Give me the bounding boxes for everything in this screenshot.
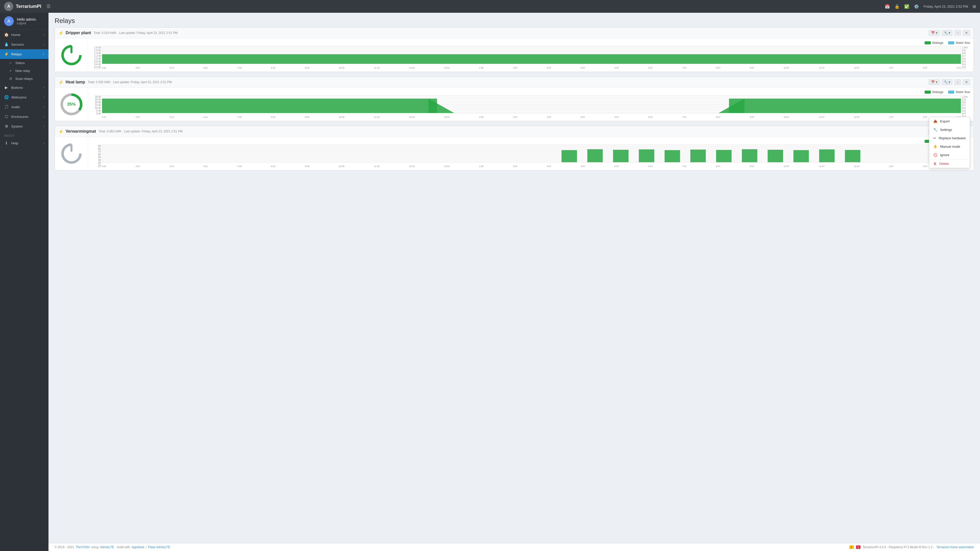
status-label: Status [15,61,25,65]
sensors-arrow: › [43,43,45,46]
svg-rect-37 [716,150,732,162]
power-on-icon [60,44,83,67]
webcams-icon: 🌐 [4,95,9,100]
sidebar-item-system[interactable]: ⚙ System › [0,121,48,131]
logout-link[interactable]: Logout [17,21,37,25]
dropdown-manual-mode[interactable]: ✋ Manual mode [929,142,970,151]
sidebar-item-scan-relays[interactable]: ↺ Scan relays [0,75,48,83]
manual-mode-label: Manual mode [940,144,960,148]
dropdown-ignore[interactable]: 🚫 Ignore [929,151,970,159]
sidebar-nav: 🏠 Home › 💧 Sensors › ⚡ Relays ∨ ○ Status… [0,30,48,551]
sidebar-item-enclosures[interactable]: ⬡ Enclosures › [0,112,48,121]
dripper-chart-container: 1.8 W1.6 W1.4 W1.2 W1.0 W 0.8 W0.6 W0.4 … [92,46,970,69]
footer-flask-adminlte[interactable]: Flask AdminLTE [148,545,170,549]
user-info: Hello admin. Logout [17,17,37,25]
navbar-right: 📅 🔒 ✅ ⚙️ Friday, April 23, 2021 2:52 PM … [885,4,976,9]
relay-card-body-heatlamp: 35% Wattage Water flow [55,88,974,121]
legend-hl-wattage-label: Wattage [932,90,943,94]
relay-name-heatlamp: Heat lamp [65,80,85,84]
verwarmingmat-x-axis: 3:014:075:136:417:33 8:319:5310:3311:191… [102,162,961,168]
dripper-y-axis-left: 1.8 W1.6 W1.4 W1.2 W1.0 W 0.8 W0.6 W0.4 … [92,46,102,64]
sidebar-item-webcams[interactable]: 🌐 Webcams › [0,92,48,102]
footer-tagline[interactable]: Terrarium home automation [936,545,974,549]
heatlamp-y-axis-left: 30 W25 W20 W15 W10 W 5 W0 W [92,95,102,113]
sensors-label: Sensors [11,43,41,46]
dropdown-delete[interactable]: 🗑 Delete [929,159,970,168]
sidebar-toggle[interactable]: ☰ [46,3,51,9]
legend-hl-waterflow-label: Water flow [956,90,970,94]
heatlamp-y-axis-right: 1 l/m0.90.80.70.6 0.50.40.30.20.10 [961,95,970,113]
bolt-icon-heatlamp: ⚡ [59,80,64,85]
lock-icon[interactable]: 🔒 [894,4,900,9]
relay-card-dripper-plant: ⚡ Dripper plant Total: 0.019 kWh Last up… [55,27,974,72]
heatlamp-close-btn[interactable]: ✕ [963,79,970,85]
dropdown-settings[interactable]: 🔧 Settings [929,125,970,134]
heatlamp-legend: Wattage Water flow [92,90,970,94]
dripper-minimize-btn[interactable]: − [955,30,961,36]
footer-appseed[interactable]: AppSeed [131,545,144,549]
help-label: Help [11,141,41,145]
brand: A TerrariumPI [4,2,41,11]
about-section-label: About [0,131,48,138]
heatlamp-chart-container: 30 W25 W20 W15 W10 W 5 W0 W 1 l/m0.90.80… [92,95,970,118]
verwarmingmat-status-icon [55,137,88,170]
heatlamp-schedule-btn[interactable]: 📅 ▾ [929,79,939,85]
legend-wattage: Wattage [924,41,943,44]
enclosures-label: Enclosures [11,115,41,119]
legend-waterflow-hl: Water flow [948,90,970,94]
svg-rect-35 [665,150,680,162]
sidebar-item-audio[interactable]: 🎵 Audio › [0,102,48,112]
sensors-icon: 💧 [4,42,9,47]
home-arrow: › [43,33,45,36]
verwarmingmat-legend: Wattage Water flow [92,140,970,143]
legend-waterflow: Water flow [948,41,970,44]
footer-using: using [91,545,99,549]
sidebar-user: A Hello admin. Logout [0,13,48,30]
verwarmingmat-y-axis-left: 9080706050 403020100 [92,144,102,162]
content-body: ⚡ Dripper plant Total: 0.019 kWh Last up… [48,27,980,543]
svg-rect-40 [794,150,809,162]
footer-adminlte[interactable]: AdminLTE [100,545,114,549]
heatlamp-settings-btn[interactable]: 🔧 ▾ [942,79,953,85]
ignore-label: Ignore [940,153,950,157]
power-stem [70,46,73,53]
settings-icon[interactable]: ⚙️ [914,4,919,9]
username: Hello admin. [17,17,37,21]
main-wrapper: A Hello admin. Logout 🏠 Home › 💧 Sensors… [0,13,980,551]
sidebar: A Hello admin. Logout 🏠 Home › 💧 Sensors… [0,13,48,551]
legend-wattage-label: Wattage [932,41,943,44]
dropdown-replace-hardware[interactable]: ✂ Replace hardware [929,134,970,142]
svg-rect-41 [819,149,835,162]
grid-icon[interactable]: ⊞ [973,4,976,9]
svg-rect-32 [587,149,603,162]
relay-meta-verwarmingmat: Total: 0.063 kWh Last update: Friday, Ap… [99,130,183,133]
svg-rect-31 [562,150,577,162]
sidebar-item-help[interactable]: ℹ Help › [0,138,48,148]
page-title: Relays [55,17,974,25]
audio-icon: 🎵 [4,105,9,109]
legend-hl-wattage-color [924,91,931,94]
footer-theyosh[interactable]: TheYOSH [76,545,89,549]
sidebar-item-relays[interactable]: ⚡ Relays ∨ [0,49,48,59]
new-relay-label: New relay [15,69,30,73]
sidebar-item-home[interactable]: 🏠 Home › [0,30,48,40]
sidebar-item-buttons[interactable]: ▶ Buttons › [0,83,48,92]
sidebar-item-new-relay[interactable]: + New relay [0,67,48,75]
dripper-close-btn[interactable]: ✕ [963,30,970,36]
check-icon: ✅ [904,4,909,9]
footer-right: 2 1 TerrariumPI 4.0.0 - Raspberry Pi 3 M… [850,545,974,549]
dropdown-export[interactable]: 📤 Export [929,117,970,125]
buttons-arrow: › [43,86,45,89]
dripper-settings-btn[interactable]: 🔧 ▾ [942,30,953,36]
heatlamp-minimize-btn[interactable]: − [955,79,961,85]
calendar-icon[interactable]: 📅 [885,4,890,9]
sidebar-item-sensors[interactable]: 💧 Sensors › [0,40,48,49]
dripper-schedule-btn[interactable]: 📅 ▾ [929,30,939,36]
footer-badge-1: 2 [850,545,854,549]
delete-label: Delete [939,162,949,165]
dropdown-menu: 📤 Export 🔧 Settings ✂ Replace hardware ✋… [929,117,970,168]
svg-rect-38 [742,149,757,162]
svg-marker-21 [428,99,454,113]
sidebar-item-status[interactable]: ○ Status [0,59,48,67]
replace-hardware-icon: ✂ [933,136,936,140]
